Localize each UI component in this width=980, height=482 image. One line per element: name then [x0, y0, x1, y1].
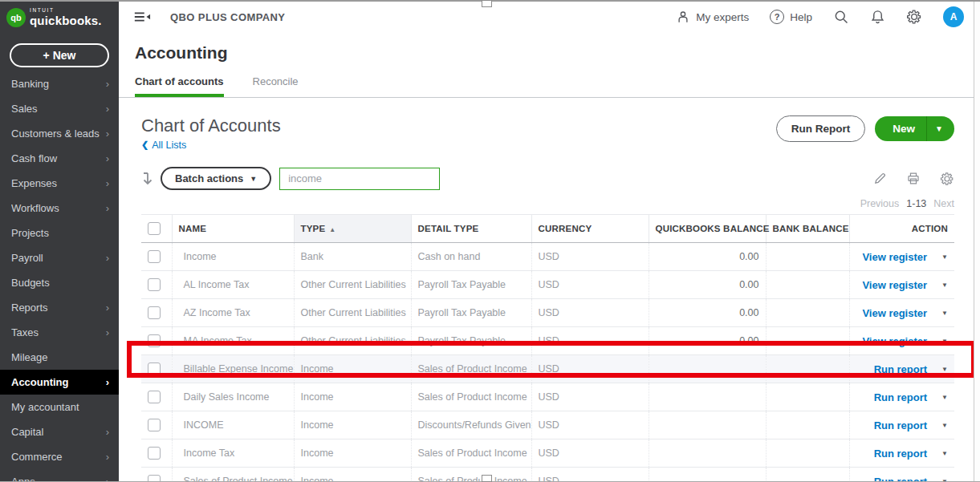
sidebar-item-workflows[interactable]: Workflows › [0, 196, 119, 221]
account-type-cell: Other Current Liabilities [294, 271, 411, 299]
row-checkbox[interactable] [148, 391, 161, 403]
row-action-link[interactable]: Run report [874, 448, 927, 460]
row-action-link[interactable]: Run report [874, 419, 927, 431]
bank-balance-cell [766, 468, 849, 482]
sort-order-icon[interactable] [141, 172, 154, 186]
new-account-button[interactable]: New ▼ [875, 116, 954, 141]
row-checkbox[interactable] [148, 334, 161, 347]
sidebar-item-apps[interactable]: Apps › [0, 469, 119, 482]
tab-reconcile[interactable]: Reconcile [253, 75, 299, 97]
account-type-cell: Other Current Liabilities [294, 327, 411, 355]
sidebar-item-label: Projects [11, 227, 109, 239]
row-action-dropdown-icon[interactable]: ▼ [941, 366, 948, 373]
quickbooks-logo: qb INTUIT quickbooks. [0, 2, 119, 30]
chevron-right-icon: › [106, 326, 109, 338]
row-action-link[interactable]: View register [862, 279, 927, 291]
account-name-cell: Income Tax [172, 439, 294, 468]
filter-accounts-input[interactable] [279, 168, 440, 190]
sidebar-item-expenses[interactable]: Expenses › [0, 171, 119, 196]
row-action-link[interactable]: Run report [874, 391, 927, 403]
chevron-right-icon: › [106, 152, 109, 164]
row-action-dropdown-icon[interactable]: ▼ [941, 422, 948, 429]
settings-button[interactable] [906, 9, 922, 25]
collapse-sidebar-icon[interactable] [133, 10, 151, 24]
sidebar-item-banking[interactable]: Banking › [0, 71, 119, 96]
select-all-checkbox[interactable] [148, 222, 161, 235]
sidebar-item-sales[interactable]: Sales › [0, 96, 119, 121]
chevron-right-icon: › [106, 376, 109, 388]
batch-actions-button[interactable]: Batch actions ▼ [161, 167, 271, 190]
column-header-bank-balance[interactable]: BANK BALANCE [766, 215, 849, 243]
sidebar-item-reports[interactable]: Reports › [0, 295, 119, 320]
sidebar-item-projects[interactable]: Projects [0, 221, 119, 245]
row-action-dropdown-icon[interactable]: ▼ [941, 310, 948, 317]
row-checkbox[interactable] [148, 447, 161, 460]
help-button[interactable]: ? Help [770, 10, 812, 24]
row-action-dropdown-icon[interactable]: ▼ [941, 394, 948, 401]
pagination-previous[interactable]: Previous [860, 198, 900, 209]
row-action-link[interactable]: View register [862, 307, 927, 319]
currency-cell: USD [531, 327, 649, 355]
sidebar-item-cash-flow[interactable]: Cash flow › [0, 146, 119, 171]
row-checkbox[interactable] [148, 250, 161, 263]
column-header-detail-type[interactable]: DETAIL TYPE [411, 215, 531, 243]
sidebar-item-customers-leads[interactable]: Customers & leads › [0, 121, 119, 146]
sidebar-item-accounting[interactable]: Accounting › [0, 370, 119, 395]
column-header-currency[interactable]: CURRENCY [531, 215, 649, 243]
column-header-quickbooks-balance[interactable]: QUICKBOOKS BALANCE [649, 215, 766, 243]
row-action-link[interactable]: Run report [874, 476, 927, 482]
new-transaction-button[interactable]: + New [10, 43, 109, 67]
run-report-button[interactable]: Run Report [776, 115, 866, 142]
sidebar-item-capital[interactable]: Capital › [0, 419, 119, 444]
chevron-down-icon[interactable]: ▼ [926, 116, 954, 141]
account-name-cell: Sales of Product Income [172, 468, 294, 482]
column-header-type[interactable]: TYPE▲ [294, 215, 411, 243]
column-header-name[interactable]: NAME [172, 215, 294, 243]
chart-of-accounts-panel: Chart of Accounts ❮ All Lists Run Report… [119, 98, 974, 481]
row-checkbox[interactable] [148, 278, 161, 291]
notifications-button[interactable] [870, 9, 885, 25]
account-type-cell: Income [294, 468, 411, 482]
account-type-cell: Income [294, 439, 411, 468]
row-checkbox[interactable] [148, 419, 161, 431]
row-action-link[interactable]: View register [862, 251, 927, 263]
account-type-cell: Income [294, 411, 411, 439]
row-checkbox[interactable] [148, 363, 161, 375]
quickbooks-balance-cell [649, 439, 766, 468]
currency-cell: USD [531, 383, 649, 411]
sidebar-item-budgets[interactable]: Budgets [0, 270, 119, 295]
sidebar-item-mileage[interactable]: Mileage [0, 345, 119, 370]
sidebar-item-my-accountant[interactable]: My accountant [0, 395, 119, 419]
sidebar-item-label: Customers & leads [11, 128, 106, 140]
avatar[interactable]: A [943, 6, 964, 27]
sidebar-item-payroll[interactable]: Payroll › [0, 245, 119, 270]
detail-type-cell: Sales of Product Income [411, 439, 531, 468]
sidebar-item-commerce[interactable]: Commerce › [0, 444, 119, 469]
row-checkbox[interactable] [148, 475, 161, 481]
vertical-scrollbar[interactable] [974, 2, 980, 482]
sidebar-item-label: Sales [11, 103, 106, 115]
row-action-link[interactable]: View register [862, 335, 927, 347]
account-name-cell: Income [172, 243, 294, 271]
table-settings-gear-icon[interactable] [940, 172, 954, 186]
row-action-dropdown-icon[interactable]: ▼ [941, 450, 948, 457]
row-action-dropdown-icon[interactable]: ▼ [941, 282, 948, 289]
row-action-dropdown-icon[interactable]: ▼ [941, 253, 948, 261]
currency-cell: USD [531, 271, 649, 299]
sidebar-item-taxes[interactable]: Taxes › [0, 320, 119, 345]
detail-type-cell: Discounts/Refunds Given [411, 411, 531, 439]
chevron-left-icon: ❮ [141, 140, 148, 150]
all-lists-link[interactable]: ❮ All Lists [141, 140, 186, 151]
search-icon [833, 9, 849, 25]
edit-pencil-icon[interactable] [873, 172, 887, 185]
my-experts-button[interactable]: My experts [676, 10, 749, 24]
pagination-next[interactable]: Next [933, 198, 954, 209]
row-action-dropdown-icon[interactable]: ▼ [941, 338, 948, 345]
row-action-link[interactable]: Run report [874, 363, 927, 375]
pagination-range: 1-13 [906, 198, 926, 209]
row-checkbox[interactable] [148, 306, 161, 319]
tab-chart-of-accounts[interactable]: Chart of accounts [135, 75, 224, 97]
quickbooks-label: quickbooks. [30, 14, 102, 27]
print-icon[interactable] [906, 172, 921, 185]
search-button[interactable] [833, 9, 849, 25]
